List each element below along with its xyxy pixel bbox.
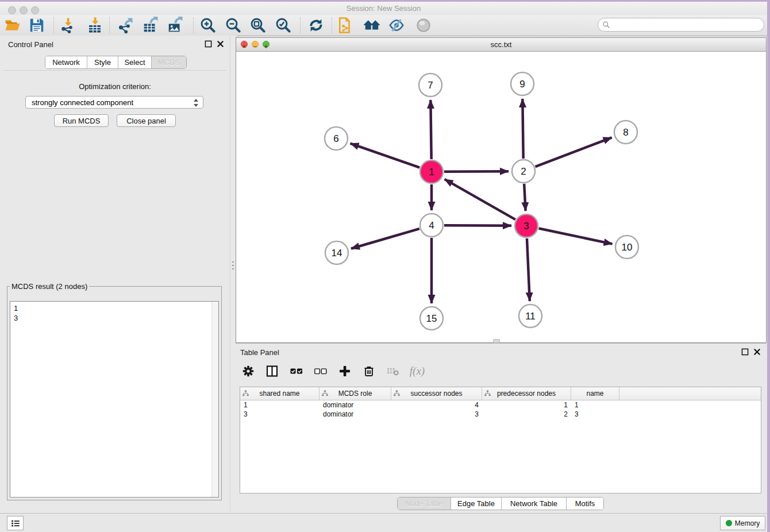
svg-text:6: 6 [333,133,338,144]
svg-text:15: 15 [426,313,437,324]
node-11[interactable]: 11 [519,304,542,327]
node-2[interactable]: 2 [512,160,535,183]
network-canvas[interactable]: 1234678910111415 [236,52,766,342]
column-header-MCDS-role[interactable]: MCDS role [319,387,391,400]
edge-4-14[interactable] [351,229,419,249]
table-cell[interactable]: 2 [482,410,571,419]
main-toolbar [0,15,767,36]
edge-3-11[interactable] [527,238,530,301]
node-14[interactable]: 14 [325,241,348,264]
table-cell[interactable]: 3 [240,410,319,419]
homes-icon[interactable] [362,16,382,35]
criterion-value: strongly connected component [32,98,133,107]
table-toolbar: f(x) [240,359,425,383]
edge-4-3[interactable] [444,225,511,226]
edge-2-3[interactable] [524,184,525,211]
zoom-selected-icon[interactable] [274,16,293,35]
table-row[interactable]: 1dominator411 [240,400,761,410]
table-row[interactable]: 3dominator323 [240,410,761,419]
column-header-predecessor-nodes[interactable]: predecessor nodes [482,387,571,400]
tab-network-table[interactable]: Network Table [501,498,566,510]
import-table-icon[interactable] [85,16,105,35]
node-1[interactable]: 1 [420,160,443,183]
edge-1-6[interactable] [351,144,420,168]
edge-2-8[interactable] [536,137,612,167]
node-8[interactable]: 8 [614,121,637,144]
zoom-out-icon[interactable] [224,16,243,35]
edge-1-2[interactable] [444,171,509,172]
edge-3-1[interactable] [445,179,515,219]
tab-edge-table[interactable]: Edge Table [451,498,501,510]
zoom-in-icon[interactable] [198,16,218,35]
column-header-successor-nodes[interactable]: successor nodes [391,387,482,400]
export-image-icon[interactable] [165,16,185,35]
close-panel-icon[interactable] [217,40,224,48]
node-table[interactable]: shared nameMCDS rolesuccessor nodesprede… [240,387,761,494]
apply-layout-icon[interactable] [306,16,326,35]
float-panel-icon[interactable] [205,40,212,48]
edge-3-10[interactable] [539,229,613,244]
table-panel: Table Panel [236,343,767,513]
tab-style[interactable]: Style [87,56,118,68]
select-all-icon[interactable] [288,363,305,379]
status-bar: Memory [0,513,767,532]
result-scrollbar[interactable] [211,302,218,497]
node-10[interactable]: 10 [615,236,638,259]
network-view-title: scc.txt [236,40,766,49]
close-table-panel-icon[interactable] [753,348,761,356]
node-9[interactable]: 9 [511,72,534,95]
show-columns-icon[interactable] [264,363,280,379]
table-cell[interactable]: 3 [571,410,619,419]
delete-table-icon[interactable] [385,363,401,379]
tab-node-table[interactable]: Node Table [398,498,451,510]
tab-mcds[interactable]: MCDS [151,56,186,68]
table-cell[interactable]: 1 [571,400,619,410]
network-window-header[interactable]: scc.txt [236,38,766,52]
window-resize-grip[interactable] [493,339,500,343]
deselect-all-icon[interactable] [313,363,329,379]
table-mode-gear-icon[interactable] [240,363,256,379]
svg-text:2: 2 [521,166,526,177]
open-session-icon[interactable] [3,16,22,35]
task-history-button[interactable] [7,516,24,530]
export-table-icon[interactable] [141,16,160,35]
function-builder-icon[interactable]: f(x) [409,363,425,379]
svg-text:3: 3 [523,221,529,232]
table-cell[interactable]: 1 [482,400,571,410]
node-15[interactable]: 15 [420,307,443,330]
export-network-icon[interactable] [116,16,135,35]
table-cell[interactable]: 1 [240,400,319,410]
table-cell[interactable]: 4 [391,400,482,410]
sphere-icon[interactable] [414,16,433,35]
import-network-icon[interactable] [58,16,78,35]
delete-columns-icon[interactable] [361,363,377,379]
edge-2-9[interactable] [522,99,523,159]
table-cell[interactable]: 3 [391,410,482,419]
hide-details-eye-icon[interactable] [387,16,406,35]
add-column-icon[interactable] [337,363,353,379]
search-input[interactable] [598,18,764,32]
mcds-result-area[interactable]: 1 3 [10,301,219,498]
table-cell[interactable]: dominator [319,410,391,419]
float-table-panel-icon[interactable] [741,348,749,356]
tab-network[interactable]: Network [45,56,87,68]
network-document-icon[interactable] [335,16,355,35]
network-graph[interactable]: 1234678910111415 [236,52,766,342]
criterion-select[interactable]: strongly connected component [25,96,203,109]
run-mcds-button[interactable]: Run MCDS [54,114,109,127]
node-4[interactable]: 4 [420,214,443,237]
node-6[interactable]: 6 [325,127,348,150]
tab-select[interactable]: Select [118,56,151,68]
tab-motifs[interactable]: Motifs [566,498,603,510]
zoom-fit-icon[interactable] [248,16,268,35]
memory-button[interactable]: Memory [720,516,765,530]
control-panel: Control Panel NetworkStyleSelectMCDS Opt… [0,36,230,512]
node-7[interactable]: 7 [419,74,442,97]
close-panel-button[interactable]: Close panel [117,114,176,127]
edge-1-7[interactable] [430,100,431,159]
column-header-shared-name[interactable]: shared name [240,387,319,400]
table-cell[interactable]: dominator [319,400,391,410]
save-session-icon[interactable] [27,16,47,35]
node-3[interactable]: 3 [515,214,538,237]
column-header-name[interactable]: name [571,387,619,400]
